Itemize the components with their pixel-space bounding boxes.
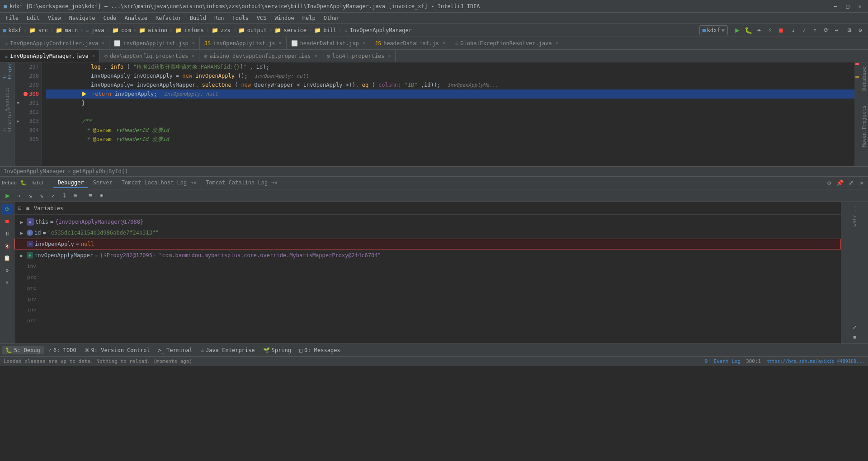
nav-invopenaplymanager[interactable]: ☕ InvOpenApplyManager: [344, 27, 412, 33]
fold-marker-300[interactable]: [14, 89, 22, 99]
tab-aisino-appconfig[interactable]: ⚙ aisino_dev\appConfig.properties ×: [199, 50, 322, 62]
messages-tool-item[interactable]: □ 0: Messages: [296, 346, 344, 354]
debug-mute-icon[interactable]: 🔇: [2, 240, 13, 251]
maximize-button[interactable]: □: [844, 2, 852, 10]
expand-this-icon[interactable]: ▶: [18, 218, 25, 226]
nav-src[interactable]: 📁 src: [29, 27, 48, 33]
menu-other[interactable]: Other: [320, 14, 344, 22]
run-button[interactable]: ▶: [732, 25, 742, 35]
stop-button[interactable]: ⏹: [776, 25, 786, 35]
favorites-panel-icon[interactable]: Favorites: [4, 94, 10, 105]
debug-button[interactable]: 🐛: [743, 25, 753, 35]
server-tab[interactable]: Server: [88, 178, 117, 188]
tab-close-icon[interactable]: ×: [102, 41, 104, 46]
menu-edit[interactable]: Edit: [23, 14, 43, 22]
tab-close-icon[interactable]: ×: [315, 53, 317, 58]
tab-close-icon[interactable]: ×: [279, 41, 282, 46]
nav-com[interactable]: 📁 com: [112, 27, 131, 33]
vcs-push-button[interactable]: ↑: [810, 25, 820, 35]
nav-aisino[interactable]: 📁 aisino: [139, 27, 167, 33]
force-step-into-button[interactable]: ⇘: [37, 191, 47, 201]
vcs-update-button[interactable]: ↓: [788, 25, 798, 35]
tab-invopenaplylist-js[interactable]: JS invOpenApplyList.js ×: [200, 37, 287, 49]
spring-tool-item[interactable]: 🌱 Spring: [259, 346, 295, 354]
tab-close-icon[interactable]: ×: [363, 41, 365, 46]
tab-invopenaplycontroller[interactable]: ☕ InvOpenApplyController.java ×: [0, 37, 109, 49]
tab-headerdatalist-jsp[interactable]: ⬜ headerDataList.jsp ×: [287, 37, 370, 49]
run-to-cursor-button[interactable]: ⤵: [59, 191, 69, 201]
close-button[interactable]: ✕: [856, 2, 864, 10]
sort-icon[interactable]: ≡: [26, 205, 29, 212]
menu-refactor[interactable]: Refactor: [152, 14, 185, 22]
tab-globalexceptionresolver[interactable]: ☕ GlobalExceptionResolver.java ×: [450, 37, 563, 49]
var-row-invopenaplyMapper[interactable]: ▶ ⊕ invOpenApplyMapper = {$Proxy282@1709…: [14, 250, 841, 261]
step-into-button[interactable]: ↘: [25, 191, 35, 201]
debug-expand-icon[interactable]: ⤢: [846, 179, 855, 188]
menu-build[interactable]: Build: [186, 14, 210, 22]
tab-close-icon[interactable]: ×: [192, 41, 195, 46]
debug-settings-icon[interactable]: ⚙: [825, 179, 834, 188]
var-row-this[interactable]: ▶ ▪ this = {InvOpenApplyManager@17088}: [14, 216, 841, 227]
step-over-button[interactable]: ↷: [14, 191, 24, 201]
tab-log4j[interactable]: ⚙ log4j.properties ×: [322, 50, 396, 62]
menu-navigate[interactable]: Navigate: [66, 14, 99, 22]
debug-pause-icon[interactable]: ⏸: [2, 228, 13, 239]
debug-stop-icon[interactable]: ⏹: [2, 216, 13, 227]
nav-service[interactable]: 📁 service: [274, 27, 307, 33]
nav-java[interactable]: ☕ java: [85, 27, 104, 33]
menu-vcs[interactable]: VCS: [253, 14, 270, 22]
fold-open-303[interactable]: ▶: [14, 117, 22, 126]
menu-run[interactable]: Run: [211, 14, 228, 22]
tab-close-icon[interactable]: ×: [92, 53, 95, 58]
breadcrumb-class[interactable]: InvOpenApplyManager: [4, 168, 66, 174]
editor-scrollbar[interactable]: [854, 62, 860, 166]
revert-button[interactable]: ↩: [832, 25, 842, 35]
frames-button[interactable]: ≡: [85, 191, 95, 201]
debug-right-icon1[interactable]: ⤢: [850, 323, 859, 332]
variables-btn[interactable]: ⊞: [97, 191, 107, 201]
breadcrumb-method[interactable]: getApplyObjById(): [73, 168, 128, 174]
menu-file[interactable]: File: [2, 14, 22, 22]
evaluate-button[interactable]: ⊕: [71, 191, 80, 201]
var-row-invopenaply[interactable]: ▶ = invOpenApply = null: [14, 239, 841, 249]
nav-btn-kdxf[interactable]: ■ kdxf ▼: [699, 25, 728, 35]
vcs-commit-button[interactable]: ✓: [799, 25, 809, 35]
watches-label[interactable]: watc...: [851, 204, 859, 228]
terminal-tool-item[interactable]: >_ Terminal: [155, 346, 196, 354]
menu-code[interactable]: Code: [100, 14, 120, 22]
tomcat-catalina-log-tab[interactable]: Tomcat Catalina Log →×: [201, 178, 282, 188]
menu-tools[interactable]: Tools: [229, 14, 252, 22]
project-panel-icon[interactable]: 1: Project: [1, 64, 13, 75]
tab-headerdatalist-js[interactable]: JS headerDataList.js ×: [370, 37, 450, 49]
expand-id-icon[interactable]: ▶: [18, 229, 25, 236]
resume-button[interactable]: ▶: [3, 191, 13, 201]
filter-icon[interactable]: ⊟: [18, 205, 22, 212]
debug-get-thread-dump-icon[interactable]: 📋: [2, 253, 13, 263]
breakpoint-indicator[interactable]: [24, 92, 28, 96]
tab-close-icon[interactable]: ×: [556, 41, 558, 46]
profile-button[interactable]: ⚡: [765, 25, 775, 35]
minimize-button[interactable]: —: [831, 2, 840, 10]
nav-infoms[interactable]: 📁 infoms: [175, 27, 203, 33]
tab-dev-appconfig[interactable]: ⚙ dev\appConfig.properties ×: [100, 50, 200, 62]
layout-button[interactable]: ⊞: [844, 25, 854, 35]
tab-close-icon[interactable]: ×: [192, 53, 194, 58]
database-panel-tab[interactable]: Database: [860, 64, 868, 94]
todo-tool-item[interactable]: ✓ 6: TODO: [45, 346, 80, 354]
tomcat-localhost-log-tab[interactable]: Tomcat Localhost Log →×: [117, 178, 201, 188]
settings-button[interactable]: ⚙: [855, 25, 865, 35]
coverage-button[interactable]: ☂: [754, 25, 764, 35]
structure-panel-icon[interactable]: 7: Structure: [1, 115, 13, 126]
java-enterprise-tool-item[interactable]: ☕ Java Enterprise: [197, 346, 259, 354]
menu-window[interactable]: Window: [271, 14, 297, 22]
tab-invopenaplylist-jsp[interactable]: ⬜ invOpenApplyList.jsp ×: [109, 37, 200, 49]
vcs-tool-item[interactable]: ⑨ 9: Version Control: [81, 346, 154, 354]
debug-pin-icon[interactable]: 📌: [835, 179, 844, 188]
debug-close-icon[interactable]: ×: [857, 179, 866, 188]
debug-restart-icon[interactable]: ⟳: [2, 204, 13, 215]
nav-main[interactable]: 📁 main: [56, 27, 78, 33]
menu-view[interactable]: View: [44, 14, 65, 22]
menu-analyze[interactable]: Analyze: [121, 14, 151, 22]
expand-mapper-icon[interactable]: ▶: [18, 252, 25, 259]
menu-help[interactable]: Help: [299, 14, 319, 22]
